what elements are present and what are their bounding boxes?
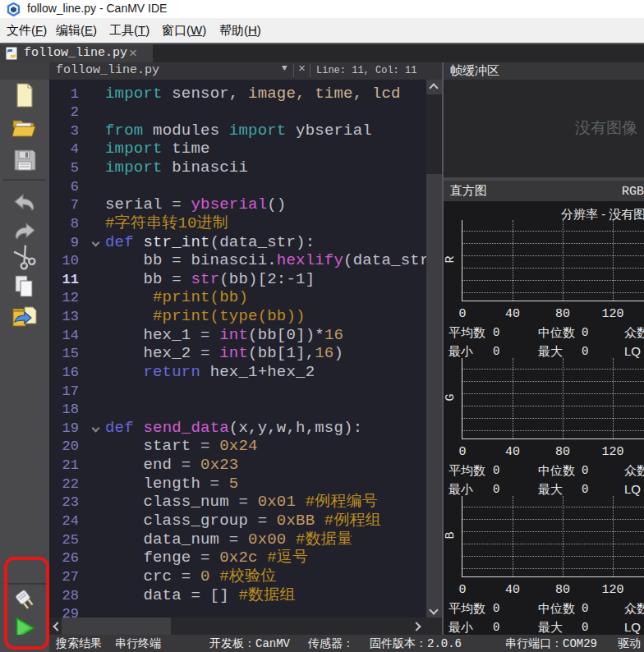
copy-button[interactable] [12,273,38,300]
menu-item-W[interactable]: 窗口(W) [162,23,206,39]
code-text: bb = str(bb)[2:-1] [105,270,315,289]
code-text: import time [105,140,210,158]
cut-button[interactable] [12,244,38,270]
code-line-11[interactable]: 11 bb = str(bb)[2:-1] [49,270,426,289]
horizontal-scrollbar-thumb[interactable] [62,618,171,636]
vertical-scrollbar-thumb[interactable] [426,94,442,174]
new-file-button[interactable] [12,82,38,108]
scroll-left-icon[interactable] [53,622,62,631]
line-number: 2 [49,103,79,122]
menu-item-T[interactable]: 工具(T) [109,23,150,39]
code-line-5[interactable]: 5import binascii [49,158,426,177]
stat-label: 众数 [624,463,644,479]
code-line-22[interactable]: 22 length = 5 [49,475,426,494]
code-line-19[interactable]: 19def send_data(x,y,w,h,msg): [49,419,426,438]
code-editor[interactable]: 1import sensor, image, time, lcd23from m… [49,80,426,618]
status-item-2: 开发板：CanMV [209,636,290,651]
line-number: 25 [49,530,79,549]
line-number: 4 [49,140,79,158]
stat-label: 平均数 [448,463,485,479]
line-number: 18 [49,400,79,419]
code-line-1[interactable]: 1import sensor, image, time, lcd [49,85,426,103]
code-text: import binascii [105,158,248,177]
chart-axis-label: G [444,389,459,406]
status-item-3: 传感器： [308,636,354,651]
chevron-down-icon[interactable]: ▼ [282,63,288,73]
open-file-button[interactable] [12,115,38,141]
stat-value: 0 [493,464,499,477]
code-line-27[interactable]: 27 crc = 0 #校验位 [49,567,426,586]
code-line-8[interactable]: 8#字符串转10进制 [49,214,426,233]
code-line-4[interactable]: 4import time [49,140,426,158]
status-item-1[interactable]: 串行终端 [115,636,161,651]
chart-axis-label: R [444,251,459,268]
color-space-dropdown[interactable]: RGB颜色空间 [622,183,644,199]
corner-block [0,62,49,80]
undo-button[interactable] [12,189,38,215]
code-line-9[interactable]: 9def str_int(data_str): [49,233,426,252]
code-line-7[interactable]: 7serial = ybserial() [49,195,426,214]
scroll-up-icon[interactable] [429,83,438,92]
frame-buffer-view: 没有图像 [444,80,644,177]
code-line-15[interactable]: 15 hex_2 = int(bb[1],16) [49,344,426,363]
fold-chevron-icon[interactable] [92,424,100,432]
menu-bar: 文件(F)编辑(E)工具(T)窗口(W)帮助(H) [0,18,644,43]
chart-tick-label: 120 [601,307,623,321]
line-number: 11 [49,270,79,289]
line-number: 7 [49,195,79,214]
editor-header: follow_line.py ▼ × Line: 11, Col: 11 [49,62,442,80]
fold-chevron-icon[interactable] [92,238,100,246]
horizontal-scrollbar[interactable] [49,618,426,636]
menu-item-F[interactable]: 文件(F) [7,23,47,39]
scroll-right-icon[interactable] [412,622,421,631]
code-line-2[interactable]: 2 [49,103,426,122]
code-line-29[interactable]: 29 [49,604,426,618]
status-item-0[interactable]: 搜索结果 [56,636,102,651]
editor-close-icon[interactable]: × [298,62,306,76]
code-line-20[interactable]: 20 start = 0x24 [49,437,426,456]
code-line-6[interactable]: 6 [49,177,426,196]
code-line-26[interactable]: 26 fenge = 0x2c #逗号 [49,549,426,567]
code-text: class_num = 0x01 #例程编号 [105,493,378,512]
open-file-dropdown[interactable]: follow_line.py [56,63,159,77]
code-text: import sensor, image, time, lcd [105,85,401,103]
redo-button[interactable] [12,218,38,244]
paste-button[interactable] [12,304,38,330]
save-button[interactable] [12,147,38,173]
status-item-6: 驱动 [618,636,641,651]
line-number: 26 [49,549,79,567]
tab-bar: follow_line.py × [0,43,644,62]
scroll-down-icon[interactable] [429,605,438,614]
chart-tick-label: 120 [601,445,623,459]
chart-plot-area [462,358,644,439]
code-line-13[interactable]: 13 #print(type(bb)) [49,307,426,326]
code-line-21[interactable]: 21 end = 0x23 [49,456,426,475]
right-panel: 没有图像 直方图 RGB颜色空间 分辨率 - 没有图像 R04080120平均数… [444,62,644,635]
line-number: 23 [49,493,79,512]
code-line-16[interactable]: 16 return hex_1+hex_2 [49,363,426,382]
menu-item-H[interactable]: 帮助(H) [219,23,261,39]
stat-label: 中位数 [538,463,575,479]
code-text: start = 0x24 [105,437,258,456]
code-line-24[interactable]: 24 class_group = 0xBB #例程组 [49,512,426,530]
tab-close-icon[interactable]: × [129,45,137,62]
chart-tick-label: 0 [458,307,466,321]
code-line-10[interactable]: 10 bb = binascii.hexlify(data_str) [49,251,426,270]
code-line-23[interactable]: 23 class_num = 0x01 #例程编号 [49,493,426,512]
vertical-scrollbar[interactable] [426,80,442,620]
code-line-18[interactable]: 18 [49,400,426,419]
menu-item-E[interactable]: 编辑(E) [56,23,97,39]
chart-tick-label: 0 [458,583,466,597]
line-number: 10 [49,251,79,270]
code-line-25[interactable]: 25 data_num = 0x00 #数据量 [49,530,426,549]
code-line-28[interactable]: 28 data = [] #数据组 [49,586,426,605]
code-line-14[interactable]: 14 hex_1 = int(bb[0])*16 [49,326,426,345]
code-line-12[interactable]: 12 #print(bb) [49,288,426,307]
code-line-17[interactable]: 17 [49,382,426,401]
code-line-3[interactable]: 3from modules import ybserial [49,122,426,140]
line-number: 19 [49,419,79,438]
line-number: 6 [49,177,79,196]
tab-follow-line[interactable]: follow_line.py × [0,44,153,62]
chart-plot-area [462,220,644,301]
line-number: 14 [49,326,79,345]
